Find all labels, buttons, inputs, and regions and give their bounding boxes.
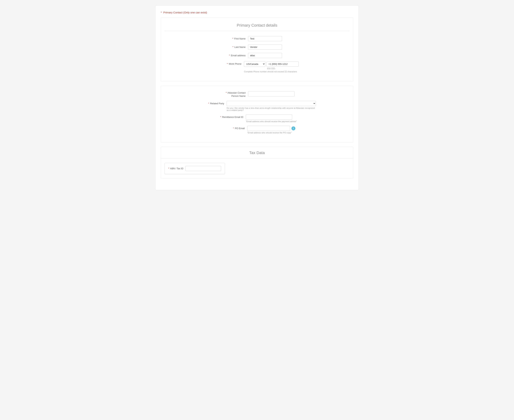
- related-party-label: * Related Party: [198, 101, 227, 105]
- related-party-field-wrap: Yes No Do you / the vendor has a less-th…: [227, 101, 316, 111]
- po-row: i: [247, 126, 295, 131]
- atlassian-contact-row: * Atlassian ContactPerson Name: [165, 91, 349, 98]
- phone-number-input[interactable]: [266, 61, 299, 67]
- primary-contact-card: Primary Contact details * First Name * L…: [161, 17, 353, 82]
- po-email-hint: "Email address who should receive the PO…: [247, 132, 295, 134]
- abn-label: * ABN / Tax ID: [168, 167, 183, 170]
- remittance-email-label: * Remittance Email ID: [217, 114, 246, 119]
- po-email-row: * PO Email i "Email address who should r…: [165, 126, 349, 134]
- last-name-row: * Last Name: [165, 45, 349, 50]
- po-email-input[interactable]: [247, 126, 290, 131]
- second-section: * Atlassian ContactPerson Name * Related…: [161, 86, 353, 142]
- work-phone-label: * Work Phone: [215, 61, 244, 66]
- page-container: * Primary Contact (Only one can exist) P…: [155, 5, 359, 190]
- email-label: * Email address: [220, 53, 248, 57]
- email-field-wrap: [248, 53, 294, 58]
- abn-row: * ABN / Tax ID: [168, 166, 221, 171]
- po-email-field-wrap: i "Email address who should receive the …: [247, 126, 295, 134]
- required-asterisk: *: [161, 11, 162, 14]
- remittance-email-field-wrap: "Email address who should receive the pa…: [246, 114, 297, 122]
- email-row: * Email address: [165, 53, 349, 58]
- work-phone-row: * Work Phone US/Canada Other 650-555- Co…: [165, 61, 349, 73]
- remittance-email-hint: "Email address who should receive the pa…: [246, 120, 297, 122]
- first-name-field-wrap: [248, 36, 294, 41]
- last-name-label: * Last Name: [220, 45, 248, 49]
- phone-country-select[interactable]: US/Canada Other: [244, 61, 265, 67]
- last-name-field-wrap: [248, 45, 294, 50]
- atlassian-contact-input[interactable]: [248, 91, 294, 97]
- po-email-label: * PO Email: [219, 126, 247, 130]
- tax-section: Tax Data * ABN / Tax ID: [161, 147, 353, 179]
- related-party-hint: Do you / the vendor has a less-than-arms…: [227, 107, 316, 111]
- related-party-select[interactable]: Yes No: [227, 101, 316, 106]
- email-input[interactable]: [248, 53, 282, 58]
- abn-tax-id-input[interactable]: [185, 166, 221, 171]
- atlassian-contact-label: * Atlassian ContactPerson Name: [220, 91, 248, 98]
- last-name-input[interactable]: [248, 45, 282, 50]
- card-title: Primary Contact details: [165, 23, 349, 31]
- abn-card: * ABN / Tax ID: [165, 163, 225, 174]
- section-header-text: Primary Contact (Only one can exist): [163, 11, 207, 14]
- tax-inner: * ABN / Tax ID: [161, 158, 353, 178]
- section-header: * Primary Contact (Only one can exist): [161, 11, 353, 14]
- phone-row: US/Canada Other: [244, 61, 299, 67]
- remittance-email-row: * Remittance Email ID "Email address who…: [165, 114, 349, 122]
- phone-hint-text: Complete Phone number should not exceed …: [244, 71, 299, 73]
- po-email-info-icon[interactable]: i: [291, 127, 295, 130]
- first-name-label: * First Name: [220, 36, 248, 40]
- work-phone-field-wrap: US/Canada Other 650-555- Complete Phone …: [244, 61, 299, 73]
- first-name-input[interactable]: [248, 36, 282, 41]
- first-name-row: * First Name: [165, 36, 349, 41]
- tax-section-title: Tax Data: [161, 147, 353, 158]
- atlassian-contact-field-wrap: [248, 91, 294, 97]
- phone-partial-hint: 650-555-: [244, 67, 299, 70]
- related-party-row: * Related Party Yes No Do you / the vend…: [165, 101, 349, 111]
- remittance-email-input[interactable]: [246, 114, 292, 120]
